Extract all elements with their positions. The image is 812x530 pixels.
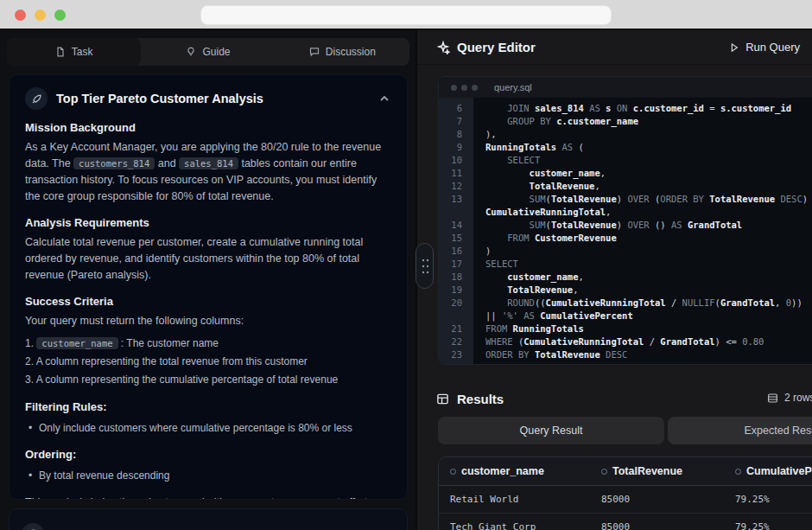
line-number (439, 206, 473, 219)
tab-discussion[interactable]: Discussion (276, 38, 409, 66)
column-type-icon (735, 469, 741, 475)
row-count: 2 rows (767, 392, 812, 404)
list-item: Only include customers where cumulative … (25, 420, 391, 437)
tab-task[interactable]: Task (7, 38, 141, 66)
table-cell: Retail World (439, 494, 590, 505)
success-columns-list: 1. customer_name : The customer name 2. … (25, 335, 391, 389)
line-number: 9 (439, 141, 473, 154)
results-tabs: Query Result Expected Result (417, 417, 812, 444)
task-card: Top Tier Pareto Customer Analysis Missio… (9, 74, 408, 500)
code-line: 9RunningTotals AS ( (439, 141, 812, 154)
task-title: Top Tier Pareto Customer Analysis (56, 92, 369, 105)
code-line: 8), (439, 128, 812, 141)
grip-dots-icon (421, 257, 429, 276)
list-item: 1. customer_name : The customer name (25, 335, 391, 353)
results-table-header: customer_nameTotalRevenueCumulativePerce… (439, 457, 812, 486)
editor-filename[interactable]: query.sql (494, 82, 532, 93)
run-query-button[interactable]: Run Query (729, 41, 800, 54)
table-chip-customers: customers_814 (73, 157, 155, 169)
item1-text: : The customer name (118, 337, 219, 349)
query-editor-header: Query Editor Run Query (417, 30, 812, 65)
column-header[interactable]: TotalRevenue (590, 465, 724, 477)
tab-query-result[interactable]: Query Result (438, 417, 664, 444)
code-line: 19 TotalRevenue, (439, 284, 812, 297)
task-panel: Task Guide Discussion Top Tier Pareto Cu… (0, 30, 416, 530)
tab-discussion-label: Discussion (326, 46, 376, 58)
filtering-heading: Filtering Rules: (25, 400, 391, 413)
code-line: 7 GROUP BY c.customer_name (439, 115, 812, 128)
code-line: 13 SUM(TotalRevenue) OVER (ORDER BY Tota… (439, 193, 812, 206)
line-number: 23 (439, 348, 473, 361)
code-line: 23ORDER BY TotalRevenue DESC (439, 348, 812, 361)
column-header[interactable]: customer_name (439, 465, 590, 477)
address-bar[interactable] (200, 5, 612, 25)
line-number: 8 (439, 128, 473, 141)
column-header-label: TotalRevenue (612, 465, 682, 477)
list-item: By total revenue descending (25, 468, 391, 484)
database-icon (22, 523, 44, 530)
line-number: 11 (439, 167, 473, 180)
code-line: 6 JOIN sales_814 AS s ON c.customer_id =… (439, 102, 812, 115)
item1-number: 1. (25, 337, 36, 349)
column-header-label: customer_name (461, 465, 544, 477)
minimize-window-button[interactable] (35, 10, 46, 21)
tab-task-label: Task (72, 46, 93, 58)
line-number: 17 (439, 258, 473, 271)
line-number: 16 (439, 245, 473, 258)
code-line: 21FROM RunningTotals (439, 322, 812, 335)
rows-icon (767, 393, 778, 404)
analysis-paragraph: Calculate total revenue per customer, cr… (25, 234, 391, 284)
ordering-list: By total revenue descending (25, 468, 391, 484)
table-cell: 85000 (590, 494, 724, 505)
code-line: 20 ROUND((CumulativeRunningTotal / NULLI… (439, 297, 812, 310)
editor-topbar: query.sql (439, 77, 812, 98)
code-line: 11 customer_name, (439, 167, 812, 180)
line-number (439, 310, 473, 322)
editor-panel: Query Editor Run Query query.sql 6 JOIN … (416, 30, 812, 530)
results-header: Results 2 rows (417, 386, 812, 412)
query-editor-title: Query Editor (457, 40, 729, 54)
panel-resize-handle[interactable] (416, 243, 434, 289)
task-title-row: Top Tier Pareto Customer Analysis (25, 87, 391, 110)
code-line: 14 SUM(TotalRevenue) OVER () AS GrandTot… (439, 219, 812, 232)
closing-paragraph: This analysis helps the sales team prior… (25, 495, 391, 500)
list-item: 2. A column representing the total reven… (25, 353, 391, 371)
chevron-up-icon (377, 92, 391, 105)
code-line: 10 SELECT (439, 154, 812, 167)
document-icon (55, 47, 66, 57)
table-cell: 79.25% (724, 521, 812, 530)
line-number: 22 (439, 335, 473, 348)
relevant-tables-card[interactable]: Relevant Tables (9, 508, 408, 530)
maximize-window-button[interactable] (54, 10, 66, 21)
list-item: 3. A column representing the cumulative … (25, 371, 391, 389)
mission-text-2: and (155, 157, 179, 169)
code-line: 15 FROM CustomerRevenue (439, 232, 812, 245)
collapse-task-button[interactable] (377, 92, 391, 105)
line-number: 10 (439, 154, 473, 167)
code-editor[interactable]: 6 JOIN sales_814 AS s ON c.customer_id =… (439, 98, 812, 365)
column-type-icon (450, 469, 456, 475)
tab-expected-result[interactable]: Expected Result (668, 417, 812, 444)
tab-guide[interactable]: Guide (141, 38, 275, 66)
line-number: 20 (439, 297, 473, 310)
code-line: 16) (439, 245, 812, 258)
column-type-icon (601, 469, 607, 475)
column-header[interactable]: CumulativePercent (724, 465, 812, 477)
close-window-button[interactable] (15, 10, 26, 21)
rocket-icon (25, 87, 48, 110)
success-intro: Your query must return the following col… (25, 313, 391, 329)
line-number: 7 (439, 115, 473, 128)
table-chip-sales: sales_814 (179, 157, 238, 169)
tab-guide-label: Guide (202, 46, 230, 58)
chat-bubble-icon (309, 47, 320, 57)
table-cell: 79.25% (724, 494, 812, 505)
column-chip-customer-name: customer_name (36, 337, 117, 349)
mission-heading: Mission Background (25, 121, 391, 134)
code-line: || '%' AS CumulativePercent (439, 310, 812, 322)
success-heading: Success Criteria (25, 295, 391, 308)
table-cell: Tech Giant Corp (439, 521, 590, 530)
code-line: 18 customer_name, (439, 271, 812, 284)
window-dot-icon (472, 85, 478, 91)
ordering-heading: Ordering: (25, 448, 391, 461)
line-number: 19 (439, 284, 473, 297)
